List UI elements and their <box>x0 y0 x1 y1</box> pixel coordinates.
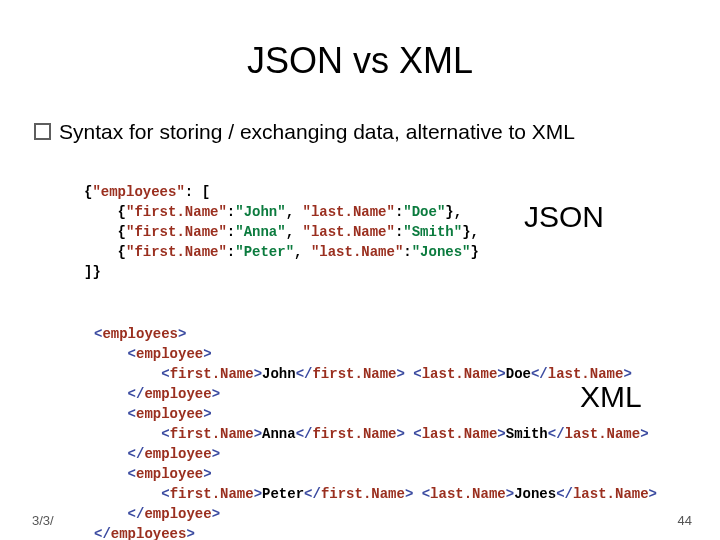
x-r2f-val: Anna <box>262 426 296 442</box>
x-r3f-lts: </ <box>304 486 321 502</box>
x-r2f-ctag: first.Name <box>312 426 396 442</box>
x-i9 <box>94 506 128 522</box>
x-i5 <box>94 426 161 442</box>
x-r2l-gt: > <box>497 426 505 442</box>
slide-title: JSON vs XML <box>0 40 720 82</box>
x-i7 <box>94 466 128 482</box>
x-r3l-lt: < <box>422 486 430 502</box>
json-l3-v2: "Smith" <box>403 224 462 240</box>
x-r2l-val: Smith <box>506 426 548 442</box>
x-r2l-lt: < <box>413 426 421 442</box>
x-r2l-ctag: last.Name <box>565 426 641 442</box>
footer-page-number: 44 <box>678 513 692 528</box>
bullet-text: Syntax for storing / exchanging data, al… <box>59 120 575 143</box>
json-l4-c: : <box>227 244 235 260</box>
x-r2f-gt: > <box>254 426 262 442</box>
json-l3-i: }, <box>462 224 479 240</box>
json-l2-e: , <box>286 204 303 220</box>
x-c-emp3-gt: > <box>212 506 220 522</box>
x-c-emp1-lts: </ <box>128 386 145 402</box>
slide: JSON vs XML Syntax for storing / exchang… <box>0 0 720 540</box>
x-i2 <box>94 366 161 382</box>
x-r1l-gt: > <box>497 366 505 382</box>
x-r3l-tag: last.Name <box>430 486 506 502</box>
json-l3-k2: "last.Name" <box>302 224 394 240</box>
xml-code-block: <employees> <employee> <first.Name>John<… <box>94 304 657 540</box>
json-l4-k2: "last.Name" <box>311 244 403 260</box>
json-l3-a: { <box>84 224 126 240</box>
x-o-emp2-lt: < <box>128 406 136 422</box>
x-o-emp1: employee <box>136 346 203 362</box>
x-c-emps-gt: > <box>186 526 194 540</box>
x-r3f-lt: < <box>161 486 169 502</box>
x-c-emp1: employee <box>144 386 211 402</box>
json-l2-a: { <box>84 204 126 220</box>
x-r1l-val: Doe <box>506 366 531 382</box>
x-r3l-lts: </ <box>556 486 573 502</box>
x-r2l-cgt: > <box>640 426 648 442</box>
x-r3f-tag: first.Name <box>170 486 254 502</box>
json-label: JSON <box>524 200 604 234</box>
x-r2l-tag: last.Name <box>422 426 498 442</box>
x-r1l-lt: < <box>413 366 421 382</box>
x-c-emp3: employee <box>144 506 211 522</box>
xml-label: XML <box>580 380 642 414</box>
json-l4-v1: "Peter" <box>235 244 294 260</box>
x-c-emps: employees <box>111 526 187 540</box>
x-r1f-tag: first.Name <box>170 366 254 382</box>
x-r3f-val: Peter <box>262 486 304 502</box>
json-l3-k1: "first.Name" <box>126 224 227 240</box>
x-o-emp3-gt: > <box>203 466 211 482</box>
json-l4-a: { <box>84 244 126 260</box>
json-l3-v1: "Anna" <box>235 224 285 240</box>
x-r2f-lts: </ <box>296 426 313 442</box>
x-o-emp1-gt: > <box>203 346 211 362</box>
json-l1-key: "employees" <box>92 184 184 200</box>
x-r1f-ctag: first.Name <box>312 366 396 382</box>
json-l4-v2: "Jones" <box>412 244 471 260</box>
json-l5: ]} <box>84 264 101 280</box>
x-o-emp2-gt: > <box>203 406 211 422</box>
x-o-emp3: employee <box>136 466 203 482</box>
json-l2-v2: "Doe" <box>403 204 445 220</box>
x-o-emp3-lt: < <box>128 466 136 482</box>
x-r3l-ctag: last.Name <box>573 486 649 502</box>
x-o-emps-gt: > <box>178 326 186 342</box>
x-r2f-lt: < <box>161 426 169 442</box>
x-c-emp2-gt: > <box>212 446 220 462</box>
x-r2f-tag: first.Name <box>170 426 254 442</box>
json-l4-g: : <box>403 244 411 260</box>
x-r2l-lts: </ <box>548 426 565 442</box>
x-i4 <box>94 406 128 422</box>
json-l3-e: , <box>286 224 303 240</box>
json-l3-c: : <box>227 224 235 240</box>
json-l2-v1: "John" <box>235 204 285 220</box>
x-r1l-lts: </ <box>531 366 548 382</box>
x-c-emps-lts: </ <box>94 526 111 540</box>
x-r1f-val: John <box>262 366 296 382</box>
x-r3f-gt: > <box>254 486 262 502</box>
x-r1f-lt: < <box>161 366 169 382</box>
x-o-emp1-lt: < <box>128 346 136 362</box>
x-i1 <box>94 346 128 362</box>
json-code-block: {"employees": [ {"first.Name":"John", "l… <box>84 162 479 302</box>
json-l4-i: } <box>471 244 479 260</box>
x-r3-sp <box>413 486 421 502</box>
x-r3l-cgt: > <box>649 486 657 502</box>
x-r1l-tag: last.Name <box>422 366 498 382</box>
x-c-emp2-lts: </ <box>128 446 145 462</box>
json-l4-k1: "first.Name" <box>126 244 227 260</box>
x-o-emp2: employee <box>136 406 203 422</box>
x-r3l-gt: > <box>506 486 514 502</box>
json-l4-e: , <box>294 244 311 260</box>
x-r1f-lts: </ <box>296 366 313 382</box>
x-r1f-gt: > <box>254 366 262 382</box>
x-i8 <box>94 486 161 502</box>
json-l2-k1: "first.Name" <box>126 204 227 220</box>
json-l2-c: : <box>227 204 235 220</box>
json-l1-bracket: : [ <box>185 184 210 200</box>
x-c-emp3-lts: </ <box>128 506 145 522</box>
x-r3f-ctag: first.Name <box>321 486 405 502</box>
x-i6 <box>94 446 128 462</box>
json-l2-k2: "last.Name" <box>302 204 394 220</box>
